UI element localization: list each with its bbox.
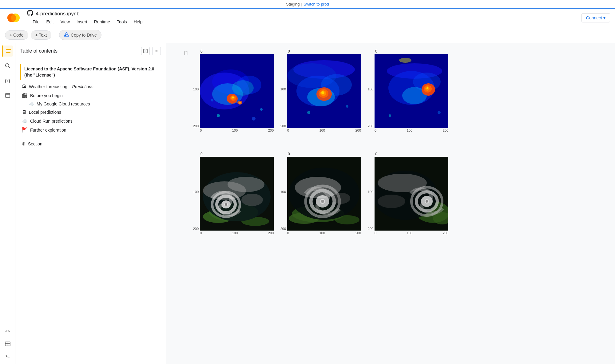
svg-point-64 (225, 203, 227, 206)
exploration-emoji: 🚩 (22, 127, 28, 133)
switch-to-prod-link[interactable]: Switch to prod (304, 2, 329, 6)
sat2-x-axis: 0 100 200 (287, 231, 361, 235)
menu-help[interactable]: Help (131, 18, 146, 26)
weather-emoji: 🌤 (22, 84, 26, 89)
satellite3-image (375, 157, 448, 231)
toc-header-text: Licensed to the Apache Software Foundati… (24, 66, 161, 78)
main-header: 4-predictions.ipynb File Edit View Inser… (0, 9, 615, 27)
add-code-button[interactable]: + Code (5, 30, 28, 40)
sat3-with-axis: 100 200 (366, 157, 448, 231)
svg-rect-9 (6, 93, 10, 97)
svg-point-59 (228, 177, 264, 192)
logo-svg (6, 10, 21, 25)
svg-point-65 (241, 194, 263, 206)
toc-item-label-5: Further exploration (30, 128, 66, 133)
heatmap3-with-axis: 100 200 (366, 54, 448, 128)
svg-point-39 (307, 111, 310, 114)
svg-point-28 (211, 99, 213, 101)
toc-item-weather[interactable]: 🌤 Weather forecasting – Predictions (20, 82, 161, 91)
menu-file[interactable]: File (30, 18, 43, 26)
toc-item-before-begin[interactable]: 🎬 Before you begin (20, 91, 161, 100)
colab-logo[interactable] (5, 9, 22, 26)
heatmap-chart-3: 0 100 200 (366, 49, 448, 132)
toc-sub-item-label: My Google Cloud resources (37, 101, 90, 106)
add-text-button[interactable]: + Text (31, 30, 52, 40)
toc-item-exploration[interactable]: 🚩 Further exploration (20, 125, 161, 134)
heatmap1-with-axis: 100 200 (191, 54, 274, 128)
sat3-x-axis: 0 100 200 (375, 231, 448, 235)
toc-header-item[interactable]: Licensed to the Apache Software Foundati… (20, 64, 161, 80)
toc-item-label-3: Local predictions (29, 110, 61, 115)
drive-icon (64, 32, 69, 38)
cell-heatmap: [ ] 0 100 200 (175, 49, 606, 132)
toc-item-local[interactable]: 🖥 Local predictions (20, 108, 161, 117)
svg-rect-5 (6, 51, 10, 51)
svg-point-27 (252, 117, 256, 121)
svg-rect-6 (6, 52, 10, 53)
github-icon (27, 10, 33, 18)
notebook-area: [ ] 0 100 200 (166, 43, 615, 364)
sidebar-close-button[interactable]: ✕ (152, 47, 161, 55)
svg-point-52 (438, 111, 441, 114)
menu-runtime[interactable]: Runtime (91, 18, 113, 26)
toc-sub-item-cloud[interactable]: ☁️ My Google Cloud resources (20, 100, 161, 108)
add-section-item[interactable]: ⊕ Section (20, 139, 161, 148)
connect-chevron: ▾ (603, 15, 605, 20)
satellite-chart-3: 0 100 200 (366, 152, 448, 235)
svg-line-8 (9, 67, 10, 68)
notebook-title[interactable]: 4-predictions.ipynb (36, 11, 80, 17)
sidebar-content: Licensed to the Apache Software Foundati… (15, 59, 166, 153)
code-expand-rail-icon[interactable]: <> (2, 326, 13, 337)
svg-point-22 (232, 97, 234, 98)
cloud-run-emoji: ☁️ (22, 118, 28, 124)
heatmap3-top-label: 0 (375, 49, 377, 53)
cell-output-satellite: 0 100 200 (191, 152, 606, 235)
svg-rect-4 (6, 49, 11, 50)
connect-label: Connect (586, 15, 602, 20)
sidebar-expand-button[interactable] (141, 47, 150, 55)
svg-point-88 (378, 195, 405, 208)
sidebar-title: Table of contents (20, 48, 58, 54)
svg-point-87 (426, 200, 428, 203)
variables-rail-icon[interactable]: {x} (2, 75, 13, 86)
heatmap3-x-axis: 0 100 200 (375, 129, 448, 132)
heatmap-grid: 0 100 200 (191, 49, 606, 132)
heatmap2-image (287, 54, 361, 128)
toolbar-row: + Code + Text Copy to Drive (0, 27, 615, 43)
satellite-chart-1: 0 100 200 (191, 152, 274, 235)
svg-point-25 (217, 114, 220, 117)
heatmap3-image (375, 54, 448, 128)
heatmap2-x-axis: 0 100 200 (287, 129, 361, 132)
svg-rect-12 (145, 49, 146, 53)
search-rail-icon[interactable] (2, 60, 13, 71)
copy-to-drive-label: Copy to Drive (71, 33, 97, 38)
menu-view[interactable]: View (58, 18, 73, 26)
menu-edit[interactable]: Edit (43, 18, 57, 26)
svg-point-38 (321, 91, 324, 94)
add-section-icon: ⊕ (22, 141, 26, 147)
menu-insert[interactable]: Insert (73, 18, 90, 26)
svg-point-2 (7, 14, 16, 22)
staging-bar: Staging | Switch to prod (0, 0, 615, 9)
cell-bracket-2 (175, 152, 188, 235)
menu-bar: File Edit View Insert Runtime Tools Help (30, 18, 145, 26)
toc-rail-icon[interactable] (2, 46, 13, 57)
svg-point-40 (346, 105, 348, 108)
copy-to-drive-button[interactable]: Copy to Drive (59, 30, 101, 40)
connect-button[interactable]: Connect ▾ (581, 13, 610, 22)
svg-point-77 (332, 193, 350, 204)
menu-tools[interactable]: Tools (114, 18, 130, 26)
sat3-y-axis: 100 200 (366, 157, 375, 231)
toc-item-cloud-run[interactable]: ☁️ Cloud Run predictions (20, 117, 161, 125)
table-rail-icon[interactable] (2, 338, 13, 349)
icon-rail: {x} <> >_ (0, 43, 15, 364)
satellite-chart-2: 0 100 200 (279, 152, 361, 235)
cloud-emoji: ☁️ (29, 101, 34, 106)
terminal-rail-icon[interactable]: >_ (2, 350, 13, 362)
toc-item-label-2: Before you begin (30, 93, 63, 98)
add-section-label: Section (28, 141, 42, 146)
cell-spacer (175, 140, 606, 152)
svg-point-76 (321, 200, 324, 203)
files-rail-icon[interactable] (2, 90, 13, 101)
heatmap1-x-axis: 0 100 200 (200, 129, 274, 132)
